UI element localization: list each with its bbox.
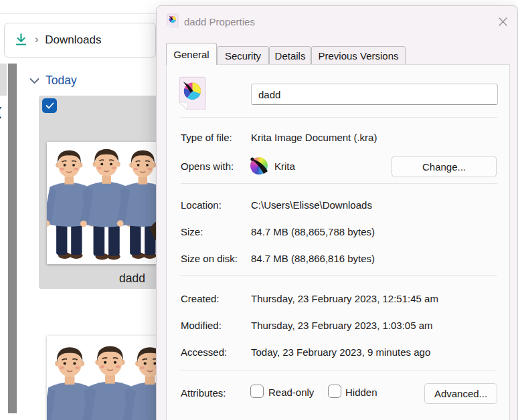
read-only-checkbox[interactable] bbox=[250, 385, 264, 398]
size-on-disk-label: Size on disk: bbox=[181, 253, 238, 264]
hidden-label: Hidden bbox=[345, 387, 377, 398]
close-button[interactable] bbox=[493, 13, 512, 30]
created-label: Created: bbox=[181, 293, 220, 304]
check-icon bbox=[46, 102, 54, 109]
type-of-file-value: Krita Image Document (.kra) bbox=[251, 132, 377, 143]
group-header-today[interactable]: Today bbox=[29, 74, 77, 88]
section-divider bbox=[181, 371, 497, 371]
accessed-label: Accessed: bbox=[181, 346, 227, 358]
file-name-input[interactable] bbox=[251, 84, 498, 105]
size-label: Size: bbox=[181, 226, 203, 237]
location-value: C:\Users\Elisse\Downloads bbox=[251, 199, 372, 211]
group-header-label: Today bbox=[46, 74, 77, 88]
scrollbar-track bbox=[0, 64, 7, 96]
advanced-button[interactable]: Advanced... bbox=[424, 383, 497, 404]
opens-with-label: Opens with: bbox=[181, 161, 234, 172]
chevron-down-icon bbox=[29, 78, 39, 84]
file-name-label: dadd bbox=[119, 272, 145, 286]
close-icon bbox=[498, 17, 508, 27]
tab-security[interactable]: Security bbox=[217, 46, 269, 65]
modified-label: Modified: bbox=[181, 320, 222, 331]
section-divider bbox=[181, 183, 497, 184]
tab-details[interactable]: Details bbox=[269, 46, 311, 65]
size-value: 84.7 MB (88,865,788 bytes) bbox=[251, 226, 375, 237]
selection-checkbox[interactable] bbox=[42, 98, 57, 113]
clipped-sidebar-text: ( bbox=[0, 104, 1, 119]
dialog-title: dadd Properties bbox=[184, 16, 255, 27]
location-label: Location: bbox=[181, 199, 222, 211]
breadcrumb[interactable]: Downloads bbox=[45, 33, 101, 47]
modified-value: Thursday, 23 February 2023, 1:03:05 am bbox=[251, 320, 433, 331]
size-on-disk-value: 84.7 MB (88,866,816 bytes) bbox=[251, 253, 375, 264]
krita-file-icon bbox=[167, 13, 179, 27]
type-of-file-label: Type of file: bbox=[181, 132, 232, 143]
opens-with-value: Krita bbox=[274, 161, 295, 172]
read-only-label: Read-only bbox=[268, 387, 314, 398]
created-value: Thursday, 23 February 2023, 12:51:45 am bbox=[251, 293, 438, 304]
krita-app-icon bbox=[250, 157, 268, 175]
tab-general[interactable]: General bbox=[166, 43, 217, 65]
general-tab-page: Type of file: Krita Image Document (.kra… bbox=[166, 64, 510, 420]
breadcrumb-chevron-icon: › bbox=[35, 34, 38, 46]
hidden-checkbox[interactable] bbox=[328, 385, 341, 398]
downloads-folder-icon bbox=[14, 33, 28, 47]
properties-dialog: dadd Properties General Security Details… bbox=[156, 5, 518, 420]
address-bar[interactable]: › Downloads bbox=[4, 23, 156, 58]
section-divider bbox=[181, 117, 497, 118]
krita-file-icon-large bbox=[177, 76, 207, 110]
scrollbar-thumb[interactable] bbox=[8, 64, 17, 413]
tab-previous-versions[interactable]: Previous Versions bbox=[311, 46, 406, 65]
change-button[interactable]: Change... bbox=[392, 156, 497, 177]
accessed-value: Today, 23 February 2023, 9 minutes ago bbox=[251, 346, 430, 358]
attributes-label: Attributes: bbox=[181, 387, 226, 399]
section-divider bbox=[181, 275, 497, 276]
dialog-titlebar[interactable]: dadd Properties bbox=[157, 6, 517, 37]
